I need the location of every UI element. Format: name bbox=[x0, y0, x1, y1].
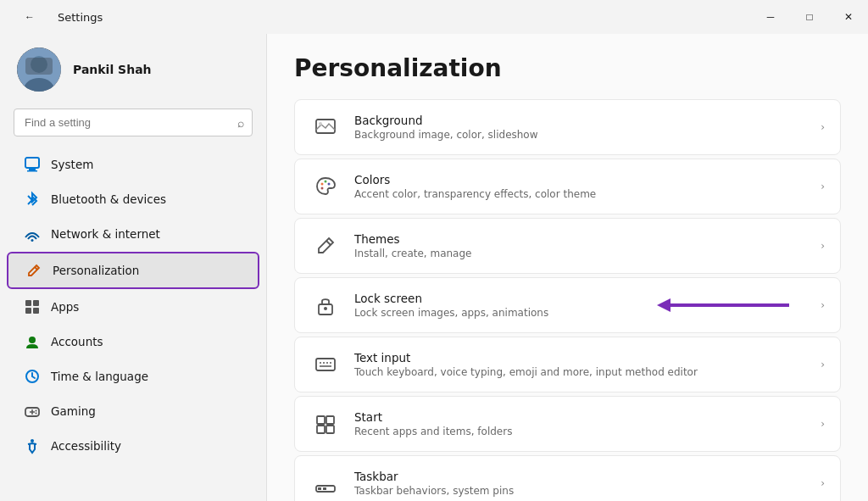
user-name: Pankil Shah bbox=[73, 63, 152, 76]
setting-item-start[interactable]: StartRecent apps and items, folders› bbox=[294, 396, 841, 452]
setting-title-text-input: Text input bbox=[354, 351, 821, 365]
sidebar: Pankil Shah ⌕ SystemBluetooth & devicesN… bbox=[0, 34, 266, 501]
svg-rect-4 bbox=[25, 158, 39, 168]
svg-rect-12 bbox=[33, 308, 39, 314]
setting-desc-taskbar: Taskbar behaviors, system pins bbox=[354, 485, 821, 497]
setting-item-background[interactable]: BackgroundBackground image, color, slide… bbox=[294, 99, 841, 155]
search-box[interactable]: ⌕ bbox=[14, 109, 253, 136]
svg-rect-6 bbox=[27, 170, 37, 172]
search-input[interactable] bbox=[14, 109, 253, 136]
sidebar-item-label-network: Network & internet bbox=[51, 227, 160, 241]
search-icon: ⌕ bbox=[237, 116, 244, 130]
setting-icon-themes bbox=[310, 231, 341, 261]
setting-text-taskbar: TaskbarTaskbar behaviors, system pins bbox=[354, 470, 821, 497]
sidebar-item-accounts[interactable]: Accounts bbox=[7, 325, 259, 359]
setting-text-themes: ThemesInstall, create, manage bbox=[354, 232, 821, 259]
svg-point-25 bbox=[328, 183, 331, 186]
titlebar-controls: ─ □ ✕ bbox=[751, 0, 868, 34]
titlebar-left: ← Settings bbox=[10, 0, 103, 34]
back-button[interactable]: ← bbox=[10, 0, 49, 34]
close-button[interactable]: ✕ bbox=[829, 0, 868, 34]
setting-chevron-themes: › bbox=[821, 240, 825, 252]
svg-point-13 bbox=[29, 337, 36, 343]
titlebar: ← Settings ─ □ ✕ bbox=[0, 0, 868, 34]
titlebar-title: Settings bbox=[58, 11, 103, 24]
setting-item-lock-screen[interactable]: Lock screenLock screen images, apps, ani… bbox=[294, 277, 841, 333]
setting-icon-text-input bbox=[310, 349, 341, 380]
sidebar-item-gaming[interactable]: Gaming bbox=[7, 394, 259, 428]
svg-rect-41 bbox=[318, 487, 321, 490]
sidebar-item-label-apps: Apps bbox=[51, 300, 79, 314]
svg-line-8 bbox=[35, 267, 37, 270]
svg-rect-42 bbox=[323, 487, 326, 490]
setting-icon-start bbox=[310, 409, 341, 439]
svg-point-23 bbox=[321, 183, 324, 186]
setting-chevron-taskbar: › bbox=[821, 477, 825, 489]
sidebar-item-time[interactable]: Time & language bbox=[7, 359, 259, 393]
setting-desc-background: Background image, color, slideshow bbox=[354, 129, 821, 141]
setting-title-colors: Colors bbox=[354, 173, 821, 186]
minimize-button[interactable]: ─ bbox=[751, 0, 790, 34]
setting-desc-colors: Accent color, transparency effects, colo… bbox=[354, 188, 821, 200]
setting-text-colors: ColorsAccent color, transparency effects… bbox=[354, 173, 821, 200]
avatar bbox=[17, 47, 61, 92]
time-icon bbox=[24, 368, 41, 385]
svg-rect-30 bbox=[316, 359, 335, 370]
svg-point-26 bbox=[321, 187, 324, 190]
setting-chevron-text-input: › bbox=[821, 359, 825, 370]
setting-item-colors[interactable]: ColorsAccent color, transparency effects… bbox=[294, 159, 841, 214]
svg-point-22 bbox=[319, 122, 322, 125]
svg-rect-9 bbox=[25, 300, 31, 306]
maximize-button[interactable]: □ bbox=[790, 0, 829, 34]
settings-list: BackgroundBackground image, color, slide… bbox=[294, 99, 841, 501]
setting-icon-colors bbox=[310, 171, 341, 202]
system-icon bbox=[24, 156, 41, 173]
setting-item-text-input[interactable]: Text inputTouch keyboard, voice typing, … bbox=[294, 337, 841, 392]
apps-icon bbox=[24, 298, 41, 315]
gaming-icon bbox=[24, 403, 41, 420]
sidebar-item-accessibility[interactable]: Accessibility bbox=[7, 429, 259, 463]
sidebar-item-label-accessibility: Accessibility bbox=[51, 439, 121, 453]
page-title: Personalization bbox=[294, 54, 841, 82]
app-body: Pankil Shah ⌕ SystemBluetooth & devicesN… bbox=[0, 34, 868, 501]
user-section[interactable]: Pankil Shah bbox=[0, 34, 266, 105]
sidebar-item-system[interactable]: System bbox=[7, 148, 259, 181]
accounts-icon bbox=[24, 333, 41, 350]
lock-screen-arrow-annotation bbox=[657, 298, 789, 312]
setting-icon-lock-screen bbox=[310, 290, 341, 320]
sidebar-item-network[interactable]: Network & internet bbox=[7, 217, 259, 251]
setting-item-taskbar[interactable]: TaskbarTaskbar behaviors, system pins› bbox=[294, 455, 841, 501]
svg-rect-38 bbox=[317, 426, 325, 433]
sidebar-item-label-bluetooth: Bluetooth & devices bbox=[51, 192, 166, 206]
personalization-icon bbox=[25, 262, 42, 279]
setting-chevron-lock-screen: › bbox=[821, 299, 825, 311]
setting-item-themes[interactable]: ThemesInstall, create, manage› bbox=[294, 218, 841, 274]
svg-rect-5 bbox=[29, 169, 36, 170]
network-icon bbox=[24, 225, 41, 242]
setting-chevron-start: › bbox=[821, 418, 825, 430]
setting-title-background: Background bbox=[354, 114, 821, 127]
svg-rect-36 bbox=[317, 416, 325, 424]
svg-rect-39 bbox=[326, 426, 334, 433]
bluetooth-icon bbox=[24, 191, 41, 208]
setting-desc-start: Recent apps and items, folders bbox=[354, 426, 821, 437]
sidebar-item-label-gaming: Gaming bbox=[51, 404, 96, 418]
sidebar-item-personalization[interactable]: Personalization bbox=[7, 252, 259, 289]
svg-line-27 bbox=[326, 241, 331, 245]
setting-chevron-colors: › bbox=[821, 181, 825, 192]
sidebar-item-label-personalization: Personalization bbox=[53, 264, 139, 277]
svg-point-24 bbox=[325, 181, 327, 183]
svg-point-7 bbox=[31, 239, 34, 242]
setting-desc-themes: Install, create, manage bbox=[354, 248, 821, 259]
arrow-head bbox=[657, 298, 670, 312]
nav-list: SystemBluetooth & devicesNetwork & inter… bbox=[0, 147, 266, 464]
svg-rect-10 bbox=[33, 300, 39, 306]
setting-desc-text-input: Touch keyboard, voice typing, emoji and … bbox=[354, 366, 821, 378]
sidebar-item-bluetooth[interactable]: Bluetooth & devices bbox=[7, 182, 259, 216]
main-content: Personalization BackgroundBackground ima… bbox=[266, 34, 868, 501]
sidebar-item-label-accounts: Accounts bbox=[51, 335, 103, 348]
setting-text-start: StartRecent apps and items, folders bbox=[354, 410, 821, 437]
svg-point-18 bbox=[36, 410, 37, 412]
setting-title-start: Start bbox=[354, 410, 821, 424]
sidebar-item-apps[interactable]: Apps bbox=[7, 290, 259, 324]
